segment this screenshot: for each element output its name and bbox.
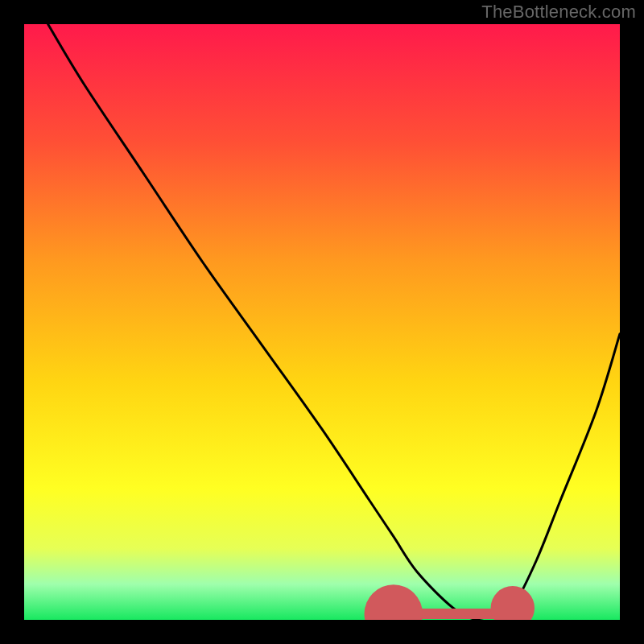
- plot-area: [24, 24, 620, 620]
- watermark-text: TheBottleneck.com: [481, 2, 636, 23]
- gradient-rect: [24, 24, 620, 620]
- chart-frame: TheBottleneck.com: [0, 0, 644, 644]
- chart-svg: [24, 24, 620, 620]
